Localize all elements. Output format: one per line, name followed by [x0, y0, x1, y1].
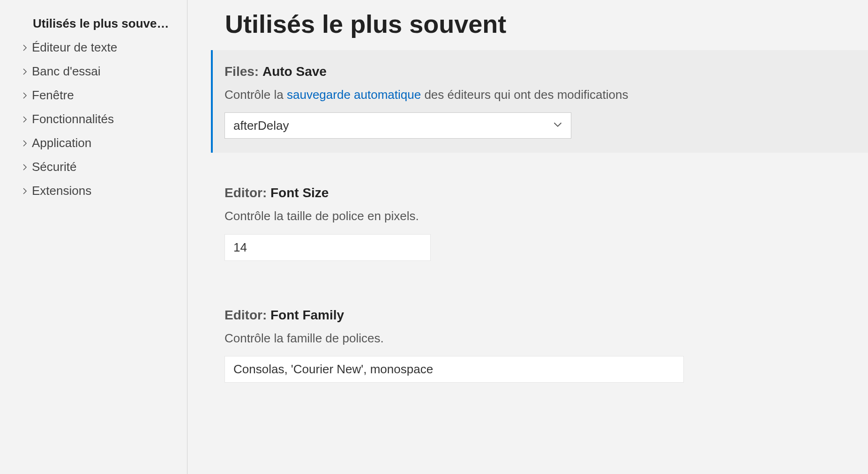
sidebar-item-commonly-used[interactable]: Utilisés le plus souve… — [14, 12, 187, 36]
sidebar-item-label: Application — [32, 136, 91, 150]
sidebar-item-workbench[interactable]: Banc d'essai — [14, 59, 187, 83]
setting-label-prefix: Editor: — [224, 308, 270, 322]
sidebar-item-label: Utilisés le plus souve… — [33, 16, 169, 31]
setting-editor-font-family: Editor: Font Family Contrôle la famille … — [211, 294, 868, 397]
setting-label-prefix: Files: — [224, 64, 262, 79]
sidebar-item-label: Fenêtre — [32, 88, 74, 103]
sidebar-item-security[interactable]: Sécurité — [14, 155, 187, 179]
chevron-right-icon — [18, 92, 32, 99]
sidebar-item-application[interactable]: Application — [14, 131, 187, 155]
setting-label: Editor: Font Size — [224, 185, 854, 200]
page-title: Utilisés le plus souvent — [225, 9, 868, 38]
font-family-input[interactable] — [224, 356, 684, 383]
sidebar-item-window[interactable]: Fenêtre — [14, 83, 187, 107]
setting-desc-text: Contrôle la — [224, 88, 287, 102]
auto-save-select-wrapper: afterDelay — [224, 112, 571, 139]
auto-save-select[interactable]: afterDelay — [225, 113, 571, 138]
setting-label: Editor: Font Family — [224, 308, 854, 323]
setting-label-name: Auto Save — [262, 64, 327, 79]
chevron-right-icon — [18, 187, 32, 195]
font-size-input[interactable] — [224, 234, 431, 261]
chevron-right-icon — [18, 116, 32, 123]
sidebar-item-text-editor[interactable]: Éditeur de texte — [14, 36, 187, 59]
setting-files-auto-save: Files: Auto Save Contrôle la sauvegarde … — [211, 50, 868, 153]
setting-label: Files: Auto Save — [224, 64, 854, 79]
setting-label-prefix: Editor: — [224, 185, 270, 200]
setting-editor-font-size: Editor: Font Size Contrôle la taille de … — [211, 171, 868, 274]
sidebar-item-label: Banc d'essai — [32, 64, 101, 79]
chevron-right-icon — [18, 44, 32, 52]
sidebar-item-label: Éditeur de texte — [32, 40, 117, 55]
settings-main: Utilisés le plus souvent Files: Auto Sav… — [187, 0, 868, 474]
sidebar-item-label: Fonctionnalités — [32, 112, 114, 126]
chevron-right-icon — [18, 140, 32, 147]
settings-sidebar: Utilisés le plus souve… Éditeur de texte… — [0, 0, 187, 474]
sidebar-item-extensions[interactable]: Extensions — [14, 179, 187, 203]
setting-label-name: Font Size — [270, 185, 329, 200]
setting-label-name: Font Family — [270, 308, 344, 322]
setting-description: Contrôle la famille de polices. — [224, 330, 854, 347]
auto-save-link[interactable]: sauvegarde automatique — [287, 88, 421, 102]
sidebar-item-label: Extensions — [32, 184, 91, 198]
chevron-right-icon — [18, 163, 32, 171]
sidebar-item-features[interactable]: Fonctionnalités — [14, 107, 187, 131]
chevron-right-icon — [18, 68, 32, 75]
setting-description: Contrôle la taille de police en pixels. — [224, 207, 854, 224]
setting-desc-text: des éditeurs qui ont des modifications — [421, 88, 628, 102]
sidebar-item-label: Sécurité — [32, 160, 76, 174]
setting-description: Contrôle la sauvegarde automatique des é… — [224, 86, 854, 103]
